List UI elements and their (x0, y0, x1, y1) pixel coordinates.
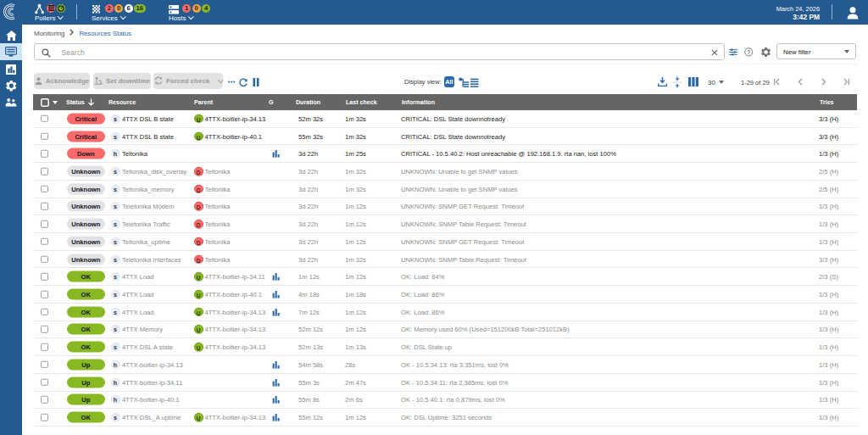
svg-text:?: ? (747, 49, 750, 55)
